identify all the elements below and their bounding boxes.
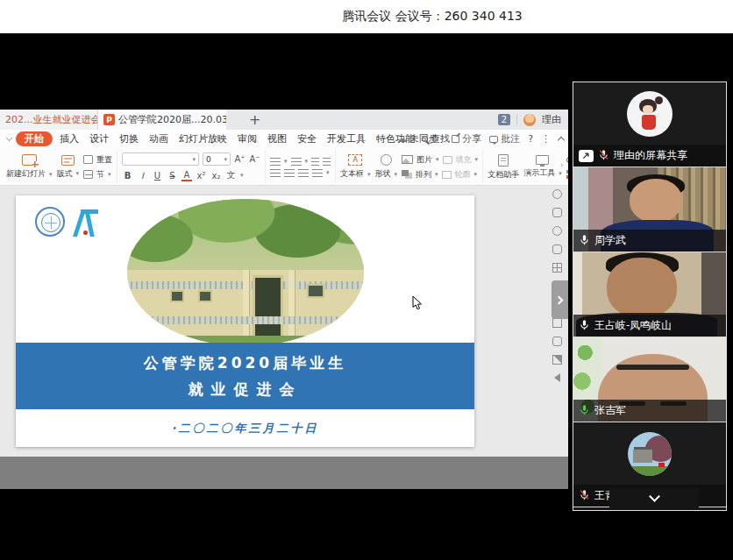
outline-button[interactable]: 轮廓▾ [442, 169, 478, 181]
presentation-tools-icon [536, 155, 549, 165]
strikethrough-button[interactable]: S [167, 171, 178, 181]
sync-status[interactable]: ☁ 未同步 ▾ [397, 132, 445, 145]
notification-badge[interactable]: 2 [498, 114, 510, 125]
ribbon-scroll-right[interactable]: › [560, 160, 567, 173]
doc-assistant-button[interactable]: 文档助手 [487, 154, 519, 181]
bullet-list-icon[interactable] [270, 158, 281, 166]
italic-button[interactable]: I [137, 171, 148, 181]
participants-panel: 理由的屏幕共享 周学武 [573, 82, 727, 511]
participant-tile-video[interactable]: 周学武 [573, 167, 726, 252]
font-size-select[interactable]: 0▾ [203, 152, 231, 166]
justify-icon[interactable] [312, 169, 323, 177]
decrease-indent-icon[interactable] [311, 158, 319, 166]
share-icon [452, 135, 459, 143]
menu-transition[interactable]: 切换 [114, 132, 144, 145]
menu-devtools[interactable]: 开发工具 [322, 132, 371, 145]
more-menu-button[interactable]: ⋮ [541, 133, 551, 145]
bold-button[interactable]: B [122, 171, 133, 181]
comment-button[interactable]: 批注 [489, 132, 520, 145]
text-box-icon: A [348, 154, 362, 166]
document-tab-active[interactable]: P 公管学院2020届...20.03.20） [98, 110, 226, 130]
participant-tile-video[interactable]: 张吉军 [573, 337, 726, 422]
mic-muted-icon [598, 149, 609, 163]
menu-insert[interactable]: 插入 [54, 132, 84, 145]
increase-indent-icon[interactable] [323, 158, 331, 166]
font-color-button[interactable]: A [181, 170, 192, 181]
panel-image-icon[interactable] [552, 355, 562, 365]
menu-animation[interactable]: 动画 [144, 132, 174, 145]
align-center-icon[interactable] [284, 169, 295, 177]
participant-name-bar: 理由的屏幕共享 [573, 145, 726, 167]
panel-comment-icon[interactable] [552, 337, 562, 346]
text-effects-button[interactable]: 文 [225, 169, 237, 181]
shared-screen-stage: 202...业生就业促进会 × P 公管学院2020届...20.03.20） … [0, 33, 733, 560]
panel-pages-icon[interactable] [552, 208, 562, 217]
mic-on-icon [579, 234, 590, 248]
fill-button[interactable]: 填充▾ [443, 154, 479, 166]
help-button[interactable]: ? [528, 133, 533, 145]
slide-title-line2: 就业促进会 [189, 379, 302, 400]
tab-label: 202...业生就业促进会 [5, 113, 98, 126]
arrange-button[interactable]: 排列▾ [402, 169, 438, 181]
numbered-list-icon[interactable] [291, 158, 302, 166]
panel-settings-icon[interactable] [552, 189, 562, 199]
expand-panel-arrow[interactable] [552, 280, 568, 319]
document-assistant-icon [498, 154, 509, 167]
avatar [627, 91, 673, 137]
account-name[interactable]: 理由 [542, 113, 561, 126]
increase-font-button[interactable]: A⁺ [234, 154, 246, 164]
college-logo [74, 209, 100, 237]
participant-name: 张吉军 [594, 403, 626, 418]
panel-stickers-icon[interactable] [552, 226, 562, 236]
participant-name-bar: 王占岐-凤鸣岐山 [573, 315, 726, 337]
chevron-down-icon[interactable] [6, 135, 12, 141]
avatar[interactable] [523, 114, 536, 126]
mic-on-icon [579, 319, 590, 333]
new-slide-button[interactable]: 新建幻灯片▾ [6, 154, 53, 180]
building-photo-oval [127, 199, 364, 346]
screen-share-icon [579, 150, 594, 162]
superscript-button[interactable]: x² [196, 171, 207, 181]
underline-button[interactable]: U [152, 171, 163, 181]
participant-tile-video[interactable]: 王占岐-凤鸣岐山 [573, 252, 726, 337]
menu-home[interactable]: 开始 [16, 131, 53, 146]
collapse-video-panel-button[interactable] [609, 487, 699, 509]
shapes-button[interactable]: 形状▾ [375, 154, 398, 180]
panel-audio-icon[interactable] [554, 373, 560, 382]
participant-name: 周学武 [594, 233, 626, 248]
subscript-button[interactable]: x₂ [210, 171, 222, 181]
panel-design-icon[interactable] [552, 263, 562, 273]
participant-tile-screen-share[interactable]: 理由的屏幕共享 [573, 82, 726, 167]
align-left-icon[interactable] [270, 169, 281, 177]
participant-name-bar: 周学武 [573, 230, 726, 252]
document-tab-previous[interactable]: 202...业生就业促进会 × [0, 110, 98, 130]
cloud-icon: ☁ [397, 133, 407, 145]
align-right-icon[interactable] [298, 169, 309, 177]
tab-label: 公管学院2020届...20.03.20） [118, 113, 226, 126]
university-seal-logo [35, 207, 65, 237]
reset-button[interactable]: 重置 [83, 154, 112, 166]
account-area: 2 理由 [498, 110, 561, 130]
new-slide-icon [22, 154, 37, 166]
share-button[interactable]: 分享 [452, 132, 481, 145]
new-tab-button[interactable]: + [249, 113, 260, 127]
arrange-icon [402, 170, 412, 179]
picture-button[interactable]: 图片▾ [402, 154, 439, 166]
picture-icon [402, 155, 413, 164]
menu-review[interactable]: 审阅 [232, 132, 262, 145]
decrease-font-button[interactable]: A⁻ [249, 154, 260, 164]
panel-stamp-icon[interactable] [552, 245, 562, 254]
menu-view[interactable]: 视图 [262, 132, 292, 145]
section-button[interactable]: 节 ▾ [83, 169, 112, 181]
menu-slideshow[interactable]: 幻灯片放映 [174, 132, 232, 145]
font-family-select[interactable]: ▾ [122, 152, 199, 166]
panel-export-icon[interactable] [552, 318, 562, 328]
meeting-title-bar: 腾讯会议 会议号：260 340 413 [0, 0, 733, 33]
present-tools-button[interactable]: 演示工具▾ [523, 155, 562, 179]
menu-design[interactable]: 设计 [84, 132, 114, 145]
text-box-button[interactable]: A 文本框▾ [340, 154, 371, 180]
collapse-ribbon-button[interactable] [558, 136, 565, 143]
menu-security[interactable]: 安全 [292, 132, 322, 145]
layout-button[interactable]: 版式▾ [57, 155, 80, 180]
participant-name-bar: 张吉军 [573, 400, 726, 422]
